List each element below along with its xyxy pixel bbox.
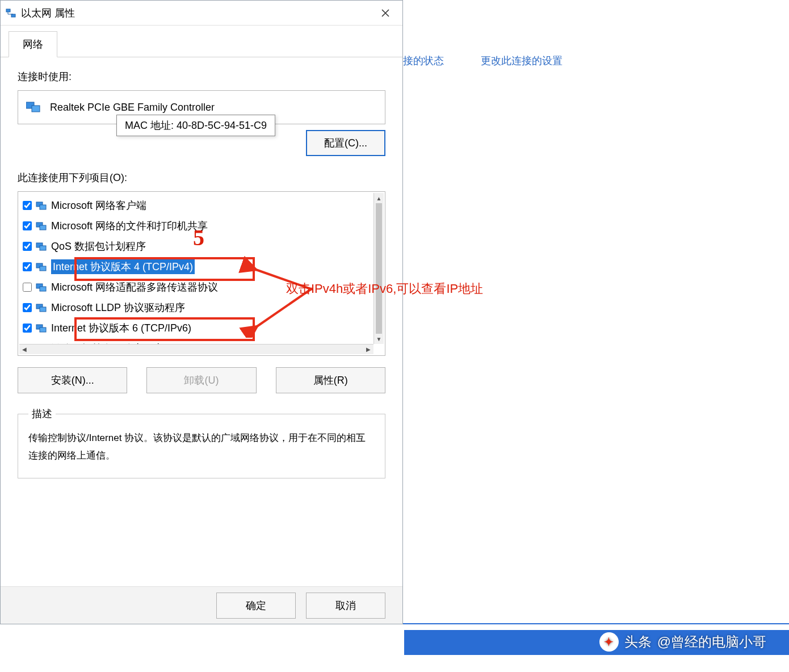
install-button[interactable]: 安装(N)... [18, 367, 127, 393]
properties-dialog: 以太网 属性 网络 连接时使用: Realtek PCIe GBE Family… [0, 0, 403, 624]
svg-rect-11 [40, 266, 46, 271]
list-item[interactable]: Microsoft LLDP 协议驱动程序 [18, 297, 385, 318]
scroll-thumb[interactable] [376, 203, 382, 334]
item-checkbox[interactable] [23, 242, 32, 251]
list-item[interactable]: Internet 协议版本 4 (TCP/IPv4) [18, 257, 385, 277]
protocol-icon [35, 241, 48, 251]
item-label: QoS 数据包计划程序 [51, 240, 146, 253]
bg-link-state[interactable]: 接的状态 [403, 55, 444, 66]
tab-network[interactable]: 网络 [9, 31, 57, 57]
close-button[interactable] [373, 3, 398, 23]
item-actions-row: 安装(N)... 卸载(U) 属性(R) [18, 367, 385, 393]
svg-rect-9 [40, 246, 46, 250]
connect-using-label: 连接时使用: [18, 70, 385, 83]
description-legend: 描述 [28, 407, 56, 421]
protocol-icon [35, 303, 48, 313]
dialog-footer: 确定 取消 [1, 586, 402, 624]
scroll-down-icon[interactable]: ▼ [374, 334, 384, 344]
background-toolbar: 接的状态 更改此连接的设置 [403, 54, 597, 68]
uninstall-button: 卸载(U) [146, 367, 256, 393]
watermark-logo-icon: ✦ [599, 632, 619, 652]
svg-rect-13 [40, 287, 46, 291]
list-item[interactable]: Internet 协议版本 6 (TCP/IPv6) [18, 318, 385, 338]
watermark-brand: 头条 [624, 633, 652, 651]
bg-link-change[interactable]: 更改此连接的设置 [481, 55, 563, 66]
titlebar: 以太网 属性 [1, 1, 402, 26]
annotation-text: 双击IPv4h或者IPv6,可以查看IP地址 [286, 280, 483, 297]
item-label: Microsoft LLDP 协议驱动程序 [51, 301, 185, 314]
properties-button[interactable]: 属性(R) [276, 367, 385, 393]
item-checkbox[interactable] [23, 303, 32, 312]
cancel-button[interactable]: 取消 [306, 593, 385, 619]
protocol-icon [35, 282, 48, 292]
item-checkbox[interactable] [23, 324, 32, 333]
svg-rect-5 [40, 205, 46, 209]
dialog-title: 以太网 属性 [21, 6, 373, 20]
configure-button[interactable]: 配置(C)... [306, 130, 385, 156]
item-label: Internet 协议版本 4 (TCP/IPv4) [51, 259, 195, 274]
protocol-icon [35, 200, 48, 211]
item-checkbox[interactable] [23, 201, 32, 210]
item-label: Internet 协议版本 6 (TCP/IPv6) [51, 321, 191, 335]
item-checkbox[interactable] [23, 262, 32, 271]
item-checkbox[interactable] [23, 283, 32, 292]
protocol-icon [35, 323, 48, 333]
scroll-right-icon[interactable]: ▶ [363, 345, 373, 354]
item-label: Microsoft 网络的文件和打印机共享 [51, 219, 208, 233]
description-text: 传输控制协议/Internet 协议。该协议是默认的广域网络协议，用于在不同的相… [28, 430, 375, 464]
svg-rect-0 [6, 9, 10, 12]
vertical-scrollbar[interactable]: ▲ ▼ [373, 193, 384, 344]
horizontal-scrollbar[interactable]: ◀ ▶ [19, 344, 373, 354]
watermark-handle: @曾经的电脑小哥 [657, 633, 766, 651]
watermark: ✦ 头条 @曾经的电脑小哥 [599, 632, 766, 652]
scroll-up-icon[interactable]: ▲ [374, 193, 384, 203]
close-icon [381, 9, 390, 18]
dialog-body: 连接时使用: Realtek PCIe GBE Family Controlle… [1, 57, 402, 586]
list-item[interactable]: Microsoft 网络客户端 [18, 195, 385, 216]
svg-rect-1 [11, 14, 15, 17]
scroll-left-icon[interactable]: ◀ [19, 345, 30, 354]
svg-rect-15 [40, 307, 46, 312]
svg-rect-17 [40, 327, 46, 332]
item-checkbox[interactable] [23, 221, 32, 230]
annotation-number-5: 5 [193, 224, 204, 251]
ethernet-icon [5, 7, 16, 19]
item-label: Microsoft 网络适配器多路传送器协议 [51, 280, 218, 294]
ok-button[interactable]: 确定 [216, 593, 296, 619]
device-name: Realtek PCIe GBE Family Controller [50, 102, 215, 114]
svg-rect-7 [40, 225, 46, 230]
protocol-icon [35, 262, 48, 272]
mac-tooltip: MAC 地址: 40-8D-5C-94-51-C9 [116, 115, 275, 136]
protocol-icon [35, 221, 48, 231]
item-label: Microsoft 网络客户端 [51, 199, 146, 212]
tab-strip: 网络 [1, 26, 402, 57]
connection-items-list[interactable]: Microsoft 网络客户端Microsoft 网络的文件和打印机共享QoS … [18, 191, 385, 356]
items-label: 此连接使用下列项目(O): [18, 171, 385, 184]
svg-rect-3 [32, 106, 40, 112]
description-group: 描述 传输控制协议/Internet 协议。该协议是默认的广域网络协议，用于在不… [18, 407, 385, 478]
monitor-icon [26, 101, 42, 114]
